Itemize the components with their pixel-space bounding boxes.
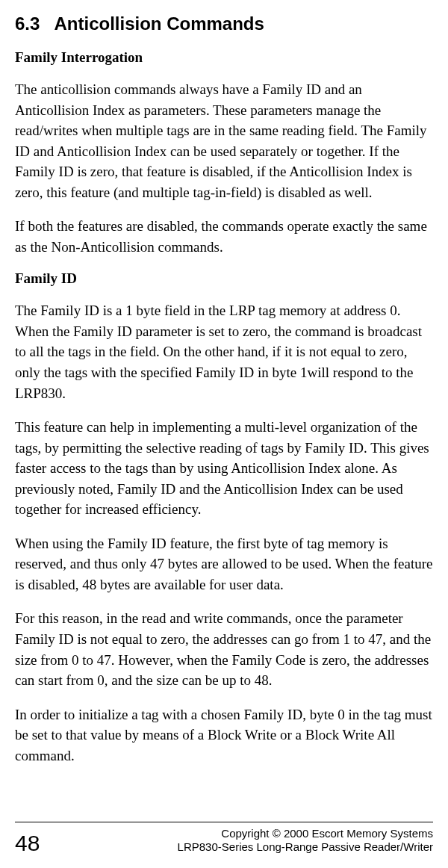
body-paragraph: If both the features are disabled, the c… xyxy=(15,216,433,257)
copyright-block: Copyright © 2000 Escort Memory Systems L… xyxy=(178,827,433,855)
footer-row: 48 Copyright © 2000 Escort Memory System… xyxy=(15,827,433,855)
page-number: 48 xyxy=(15,832,40,855)
copyright-line-1: Copyright © 2000 Escort Memory Systems xyxy=(178,827,433,841)
footer-divider xyxy=(15,822,433,822)
body-paragraph: For this reason, in the read and write c… xyxy=(15,608,433,690)
section-title: Anticollision Commands xyxy=(55,13,264,34)
section-number: 6.3 xyxy=(15,13,40,34)
body-paragraph: The Family ID is a 1 byte field in the L… xyxy=(15,300,433,403)
subheading-family-interrogation: Family Interrogation xyxy=(15,49,433,66)
body-paragraph: The anticollision commands always have a… xyxy=(15,79,433,202)
page-footer: 48 Copyright © 2000 Escort Memory System… xyxy=(15,822,433,855)
body-paragraph: In order to initialize a tag with a chos… xyxy=(15,704,433,766)
body-paragraph: When using the Family ID feature, the fi… xyxy=(15,533,433,595)
copyright-line-2: LRP830-Series Long-Range Passive Reader/… xyxy=(178,840,433,855)
section-heading: 6.3 Anticollision Commands xyxy=(15,13,433,34)
body-paragraph: This feature can help in implementing a … xyxy=(15,417,433,520)
subheading-family-id: Family ID xyxy=(15,270,433,287)
